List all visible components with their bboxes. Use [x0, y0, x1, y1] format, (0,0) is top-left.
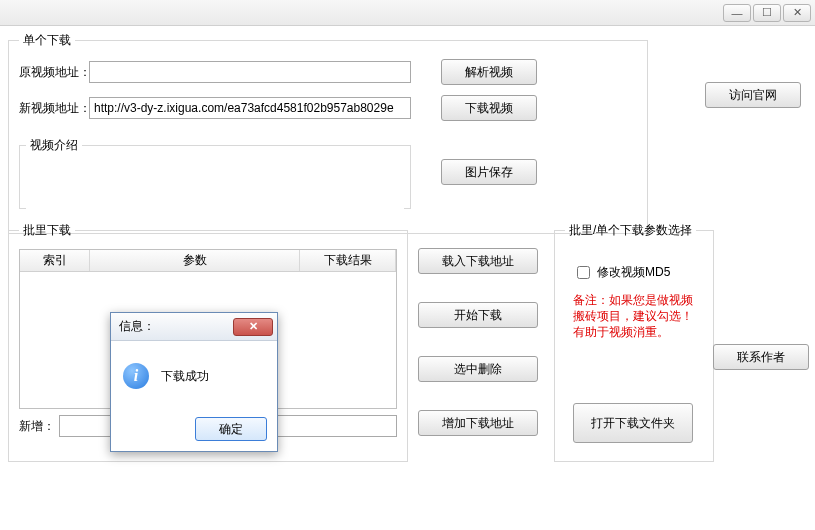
minimize-button[interactable]: — — [723, 4, 751, 22]
new-url-label: 新视频地址： — [19, 100, 89, 117]
open-download-folder-button[interactable]: 打开下载文件夹 — [573, 403, 693, 443]
window-titlebar: — ☐ ✕ — [0, 0, 815, 26]
add-address-button[interactable]: 增加下载地址 — [418, 410, 538, 436]
modify-md5-row[interactable]: 修改视频MD5 — [573, 263, 703, 282]
add-label: 新增： — [19, 418, 59, 435]
video-intro-textarea[interactable] — [26, 160, 404, 210]
video-intro-group: 视频介绍 — [19, 137, 411, 209]
col-index[interactable]: 索引 — [20, 250, 90, 271]
window-close-button[interactable]: ✕ — [783, 4, 811, 22]
col-param[interactable]: 参数 — [90, 250, 300, 271]
dialog-titlebar[interactable]: 信息： ✕ — [111, 313, 277, 341]
delete-selected-button[interactable]: 选中删除 — [418, 356, 538, 382]
download-video-button[interactable]: 下载视频 — [441, 95, 537, 121]
info-icon: i — [123, 363, 149, 389]
download-params-group: 批里/单个下载参数选择 修改视频MD5 备注：如果您是做视频搬砖项目，建议勾选！… — [554, 222, 714, 462]
batch-download-legend: 批里下载 — [19, 222, 75, 239]
visit-official-button[interactable]: 访问官网 — [705, 82, 801, 108]
video-intro-legend: 视频介绍 — [26, 137, 82, 154]
download-params-legend: 批里/单个下载参数选择 — [565, 222, 696, 239]
single-download-group: 单个下载 原视频地址： 解析视频 新视频地址： 下载视频 视频介绍 图片 — [8, 32, 648, 234]
dialog-ok-button[interactable]: 确定 — [195, 417, 267, 441]
save-image-button[interactable]: 图片保存 — [441, 159, 537, 185]
col-result[interactable]: 下载结果 — [300, 250, 396, 271]
close-icon: ✕ — [249, 320, 258, 333]
dialog-title-text: 信息： — [119, 318, 155, 335]
contact-author-button[interactable]: 联系作者 — [713, 344, 809, 370]
dialog-close-button[interactable]: ✕ — [233, 318, 273, 336]
params-note: 备注：如果您是做视频搬砖项目，建议勾选！有助于视频消重。 — [573, 292, 695, 341]
parse-video-button[interactable]: 解析视频 — [441, 59, 537, 85]
single-download-legend: 单个下载 — [19, 32, 75, 49]
orig-url-label: 原视频地址： — [19, 64, 89, 81]
dialog-message: 下载成功 — [161, 368, 209, 385]
load-addresses-button[interactable]: 载入下载地址 — [418, 248, 538, 274]
start-download-button[interactable]: 开始下载 — [418, 302, 538, 328]
modify-md5-label: 修改视频MD5 — [597, 264, 670, 281]
info-dialog: 信息： ✕ i 下载成功 确定 — [110, 312, 278, 452]
maximize-button[interactable]: ☐ — [753, 4, 781, 22]
modify-md5-checkbox[interactable] — [577, 266, 590, 279]
batch-table-header: 索引 参数 下载结果 — [20, 250, 396, 272]
orig-url-input[interactable] — [89, 61, 411, 83]
batch-buttons-column: 载入下载地址 开始下载 选中删除 增加下载地址 — [418, 222, 538, 436]
new-url-input[interactable] — [89, 97, 411, 119]
